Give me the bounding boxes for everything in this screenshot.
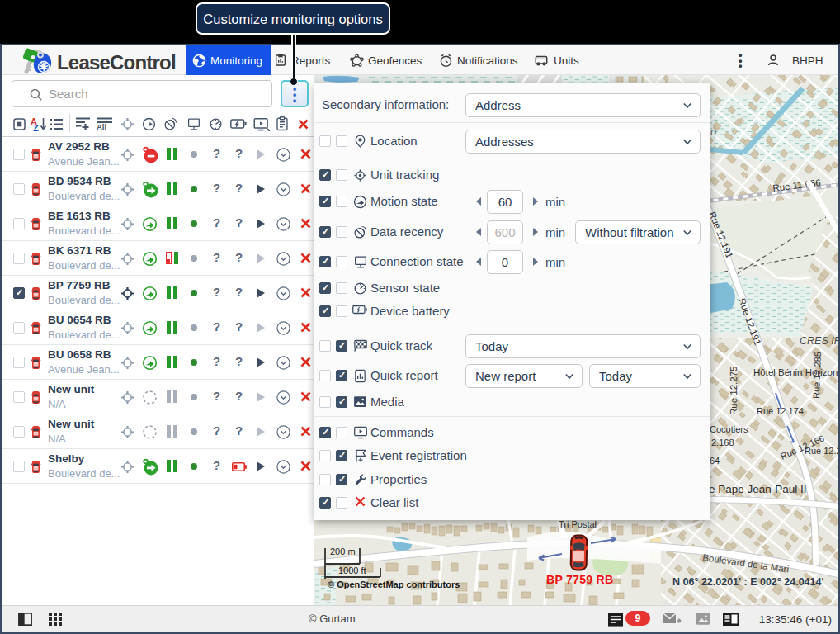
svg-text:Rue 12.268: Rue 12.268 (805, 446, 838, 456)
svg-text:Tri Postal: Tri Postal (559, 519, 597, 529)
svg-text:© OpenStreetMap contributors: © OpenStreetMap contributors (328, 580, 460, 589)
svg-text:Rue 12.174: Rue 12.174 (757, 406, 804, 416)
svg-text:200 m: 200 m (330, 546, 356, 556)
svg-text:Rue 12.285: Rue 12.285 (811, 352, 823, 399)
svg-text:Hôtel Bénin Horizon: Hôtel Bénin Horizon (753, 367, 838, 377)
svg-text:64: 64 (710, 456, 720, 466)
svg-text:N 06° 22.0201' : E 002° 24.041: N 06° 22.0201' : E 002° 24.0414' (672, 576, 823, 588)
svg-text:2.168: 2.168 (711, 438, 734, 447)
svg-text:e Pape Jean-Paul II: e Pape Jean-Paul II (709, 483, 807, 495)
svg-text:CRES IRM: CRES IRM (800, 335, 838, 347)
svg-text:Cocotiers: Cocotiers (710, 424, 748, 434)
svg-text:1000 ft: 1000 ft (338, 565, 366, 575)
svg-text:BP 7759 RB: BP 7759 RB (546, 573, 613, 586)
svg-text:Rue 12.275: Rue 12.275 (729, 367, 739, 415)
